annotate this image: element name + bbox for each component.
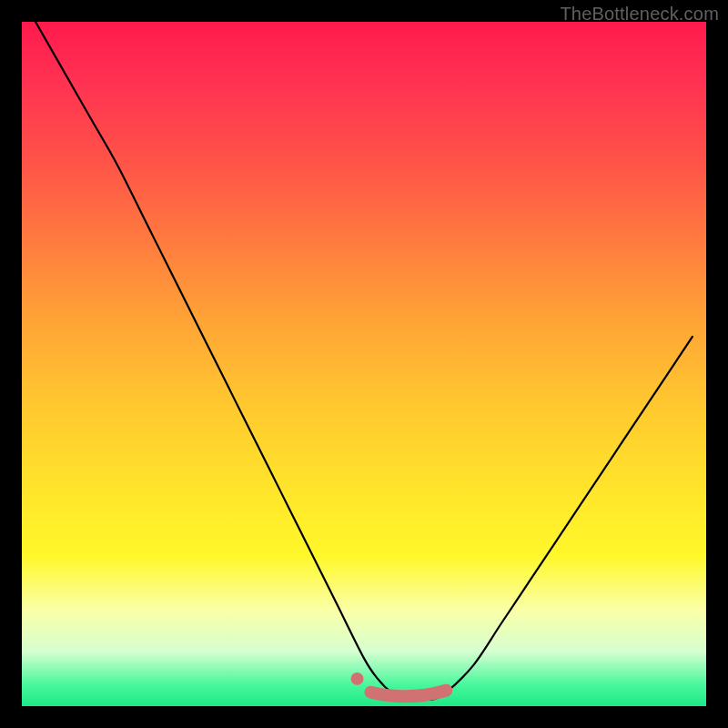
curve-layer bbox=[22, 22, 706, 706]
bottleneck-curve bbox=[35, 22, 693, 700]
marker-dot bbox=[350, 672, 363, 685]
chart-frame: TheBottleneck.com bbox=[0, 0, 728, 728]
plot-area bbox=[22, 22, 706, 706]
trough-marker bbox=[371, 691, 447, 697]
